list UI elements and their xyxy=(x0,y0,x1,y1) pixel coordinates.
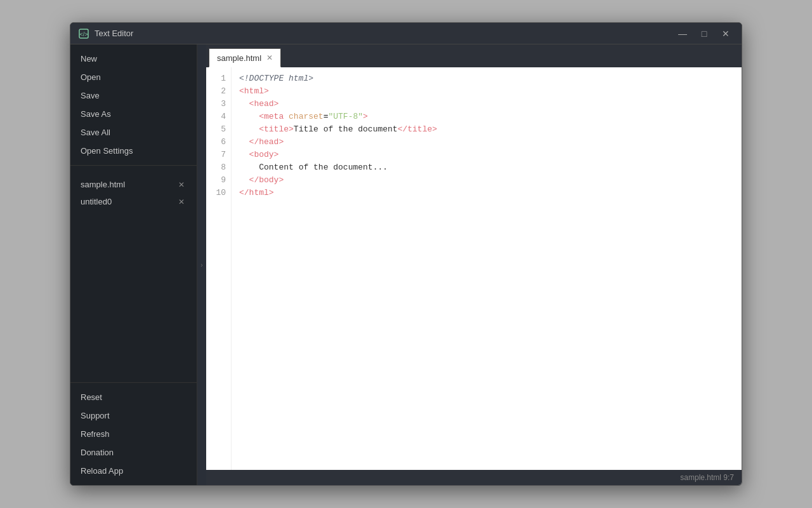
main-panel: sample.html ✕ 1 2 3 4 5 6 7 8 9 10 xyxy=(206,44,742,485)
sidebar-item-save-as[interactable]: Save As xyxy=(70,105,197,123)
main-window: </> Text Editor — □ ✕ New Open Save xyxy=(70,22,742,486)
line-numbers: 1 2 3 4 5 6 7 8 9 10 xyxy=(206,67,232,470)
content-area: New Open Save Save As Save All Open Sett… xyxy=(70,44,742,485)
sidebar-menu: New Open Save Save As Save All Open Sett… xyxy=(70,44,197,382)
window-title: Text Editor xyxy=(95,29,674,38)
app-icon: </> xyxy=(78,28,89,39)
minimize-button[interactable]: — xyxy=(674,27,691,40)
maximize-button[interactable]: □ xyxy=(696,27,712,40)
statusbar: sample.html 9:7 xyxy=(206,470,742,485)
sidebar-item-reload-app[interactable]: Reload App xyxy=(70,462,197,480)
code-line: </head> xyxy=(239,136,734,149)
close-button[interactable]: ✕ xyxy=(717,27,734,40)
titlebar: </> Text Editor — □ ✕ xyxy=(70,23,742,44)
code-line: <!DOCTYPE html> xyxy=(239,72,734,85)
close-file-sample-html[interactable]: ✕ xyxy=(176,180,187,189)
editor-area[interactable]: 1 2 3 4 5 6 7 8 9 10 <!DOCTYPE html><htm… xyxy=(206,67,742,470)
sidebar-file-sample-html[interactable]: sample.html ✕ xyxy=(70,176,197,193)
sidebar-divider xyxy=(70,165,197,166)
sidebar-item-open[interactable]: Open xyxy=(70,68,197,86)
statusbar-text: sample.html 9:7 xyxy=(680,473,734,482)
tab-close-sample-html[interactable]: ✕ xyxy=(266,53,273,62)
sidebar-item-save[interactable]: Save xyxy=(70,86,197,105)
sidebar-bottom: Reset Support Refresh Donation Reload Ap… xyxy=(70,382,197,485)
code-line: <head> xyxy=(239,98,734,110)
sidebar-item-donation[interactable]: Donation xyxy=(70,443,197,462)
svg-text:</>: </> xyxy=(79,31,88,37)
code-line: </html> xyxy=(239,187,734,199)
sidebar-item-reset[interactable]: Reset xyxy=(70,388,197,406)
tab-bar: sample.html ✕ xyxy=(206,44,742,67)
close-file-untitled0[interactable]: ✕ xyxy=(176,197,187,206)
code-editor[interactable]: <!DOCTYPE html><html> <head> <meta chars… xyxy=(232,67,742,470)
sidebar-file-untitled0[interactable]: untitled0 ✕ xyxy=(70,193,197,210)
code-line: <title>Title of the document</title> xyxy=(239,123,734,136)
code-line: <meta charset="UTF-8"> xyxy=(239,110,734,123)
sidebar-item-save-all[interactable]: Save All xyxy=(70,123,197,142)
code-line: <body> xyxy=(239,149,734,161)
tab-sample-html[interactable]: sample.html ✕ xyxy=(209,48,281,67)
sidebar-item-open-settings[interactable]: Open Settings xyxy=(70,142,197,160)
sidebar: New Open Save Save As Save All Open Sett… xyxy=(70,44,197,485)
sidebar-item-support[interactable]: Support xyxy=(70,406,197,425)
code-line: <html> xyxy=(239,85,734,98)
sidebar-files: sample.html ✕ untitled0 ✕ xyxy=(70,171,197,215)
window-controls: — □ ✕ xyxy=(674,27,734,40)
code-line: Content of the document... xyxy=(239,161,734,174)
sidebar-collapse-handle[interactable]: › xyxy=(197,44,206,485)
sidebar-item-new[interactable]: New xyxy=(70,50,197,68)
code-line: </body> xyxy=(239,174,734,187)
sidebar-item-refresh[interactable]: Refresh xyxy=(70,425,197,443)
